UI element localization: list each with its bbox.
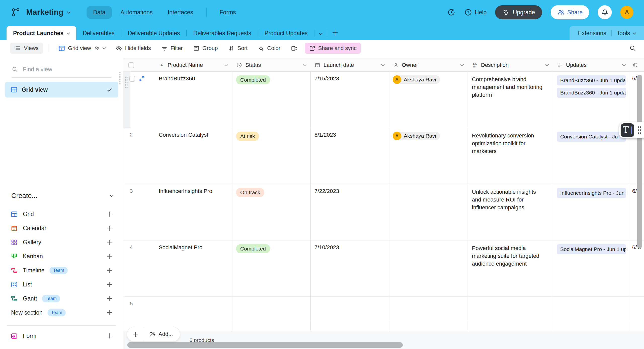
views-button[interactable]: Views [10,43,43,54]
status-badge[interactable]: Completed [236,244,270,253]
table-row[interactable]: 2 Conversion Catalyst At risk 8/1/2023 A… [123,128,644,184]
status-cell[interactable]: On track [232,184,310,240]
add-view-button[interactable] [107,239,112,245]
sidebar-create-kanban[interactable]: Kanban [5,249,118,263]
status-cell[interactable]: At risk [232,128,310,184]
filter-button[interactable]: Filter [157,43,187,54]
description-cell[interactable]: Revolutionary conversion optimization to… [468,128,553,184]
nav-tab-forms[interactable]: Forms [213,6,243,19]
status-cell[interactable]: Completed [232,240,310,296]
add-view-button[interactable] [107,211,112,217]
group-button[interactable]: Group [189,43,222,54]
status-badge[interactable]: At risk [236,132,259,141]
notifications-button[interactable] [598,5,612,19]
add-table-button[interactable] [327,30,343,36]
row-checkbox[interactable] [129,76,135,82]
column-header-owner[interactable]: Owner [389,59,468,71]
expand-record-icon[interactable] [139,75,145,82]
drag-handle-icon[interactable] [125,76,128,88]
sidebar-create-gantt[interactable]: Gantt Team [5,291,118,306]
product-name-cell[interactable]: Conversion Catalyst [155,128,232,184]
updates-cell[interactable]: Conversion Catalyst - Ju [553,128,630,184]
tab-list-chevron-button[interactable] [314,31,327,35]
sidebar-create-gallery[interactable]: Gallery [5,235,118,249]
status-cell[interactable]: Completed [232,72,310,128]
table-row[interactable]: BrandBuzz360 Completed 7/15/2023 A Aksha… [123,72,644,128]
tools-button[interactable]: Tools [612,30,641,37]
horizontal-scrollbar[interactable] [127,342,403,348]
updates-cell[interactable] [553,297,630,321]
owner-cell[interactable]: A Akshaya Ravi [389,128,468,184]
column-header-partial[interactable] [630,59,644,71]
table-row[interactable]: 3 InfluencerInsights Pro On track 7/22/2… [123,184,644,240]
sidebar-view-grid-view[interactable]: Grid view [5,82,118,97]
updates-cell[interactable]: BrandBuzz360 - Jun 1 upda BrandBuzz360 -… [553,72,630,128]
linked-record-chip[interactable]: BrandBuzz360 - Jun 1 upda [557,88,626,98]
add-view-button[interactable] [107,268,112,273]
owner-pill[interactable]: A Akshaya Ravi [393,75,440,84]
sidebar-create-form[interactable]: Form [5,329,118,343]
product-name-cell[interactable] [155,297,232,321]
account-avatar[interactable]: A [620,6,633,19]
column-header-updates[interactable]: Updates [553,59,630,71]
owner-cell[interactable] [389,297,468,321]
search-icon[interactable] [629,44,636,52]
owner-pill[interactable]: A Akshaya Ravi [393,132,440,140]
tab-product-launches[interactable]: Product Launches [7,26,76,40]
launch-date-cell[interactable]: 7/15/2023 [310,72,389,128]
help-button[interactable]: ? Help [464,8,487,16]
sidebar-create-grid[interactable]: Grid [5,207,118,221]
history-icon[interactable] [447,8,456,17]
status-badge[interactable]: Completed [236,75,270,84]
share-button[interactable]: Share [551,5,589,19]
description-cell[interactable] [468,297,553,321]
linked-record-chip[interactable]: InfluencerInsights Pro - Jun [557,188,626,198]
sidebar-resize-handle[interactable] [119,71,122,84]
hide-fields-button[interactable]: Hide fields [111,43,155,54]
sidebar-create-list[interactable]: List [5,277,118,291]
description-cell[interactable]: Powerful social media marketing suite fo… [468,240,553,296]
status-badge[interactable]: On track [236,188,264,197]
linked-record-chip[interactable]: Conversion Catalyst - Ju [557,132,626,142]
add-view-button[interactable] [107,296,112,301]
add-section-button[interactable] [107,310,112,315]
base-menu-chevron-icon[interactable] [67,10,70,13]
owner-cell[interactable]: A Akshaya Ravi [389,72,468,128]
add-view-button[interactable] [107,333,112,339]
add-row-button[interactable] [127,331,144,337]
add-with-ai-button[interactable]: Add... [144,331,180,337]
find-a-view-input[interactable]: Find a view [11,66,112,78]
tab-deliverables[interactable]: Deliverables [76,30,121,37]
table-row[interactable]: 5 [123,297,644,321]
sidebar-create-new-section[interactable]: New section Team [5,306,118,320]
vertical-scrollbar[interactable] [637,75,642,248]
status-cell[interactable] [232,297,310,321]
date-cell-partial[interactable] [630,297,644,321]
column-header-status[interactable]: Status [232,59,310,71]
product-name-cell[interactable]: BrandBuzz360 [155,72,232,128]
column-header-launch-date[interactable]: 31 Launch date [310,59,389,71]
color-button[interactable]: Color [254,43,285,54]
description-cell[interactable]: Unlock actionable insights and measure R… [468,184,553,240]
tab-deliverables-requests[interactable]: Deliverables Requests [187,30,258,37]
date-cell-partial[interactable]: 6/1/ [630,240,644,296]
sidebar-create-calendar[interactable]: 31 Calendar [5,221,118,235]
nav-tab-automations[interactable]: Automations [114,6,159,19]
add-view-button[interactable] [107,254,112,259]
description-cell[interactable]: Comprehensive brand management and monit… [468,72,553,128]
tab-product-updates[interactable]: Product Updates [258,30,314,37]
launch-date-cell[interactable] [310,297,389,321]
upgrade-button[interactable]: Upgrade [495,5,542,19]
owner-cell[interactable] [389,240,468,296]
add-view-button[interactable] [107,282,112,287]
launch-date-cell[interactable]: 7/22/2023 [310,184,389,240]
extensions-button[interactable]: Extensions [573,30,611,37]
nav-tab-interfaces[interactable]: Interfaces [161,6,200,19]
updates-cell[interactable]: SocialMagnet Pro - Jun 1 up [553,240,630,296]
nav-tab-data[interactable]: Data [87,6,112,19]
sidebar-create-timeline[interactable]: Timeline Team [5,263,118,277]
linked-record-chip[interactable]: SocialMagnet Pro - Jun 1 up [557,244,626,254]
launch-date-cell[interactable]: 8/1/2023 [310,128,389,184]
owner-cell[interactable] [389,184,468,240]
product-name-cell[interactable]: SocialMagnet Pro [155,240,232,296]
